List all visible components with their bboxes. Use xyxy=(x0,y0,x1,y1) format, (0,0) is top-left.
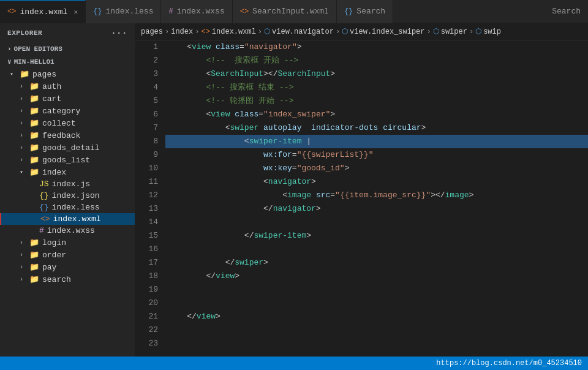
tree-label: index xyxy=(42,168,66,177)
folder-icon: 📁 xyxy=(29,250,39,260)
open-editors-section[interactable]: › OPEN EDITORS xyxy=(0,43,135,55)
folder-icon: 📁 xyxy=(29,238,39,247)
tab-search[interactable]: {} Search xyxy=(337,0,393,23)
less-icon: {} xyxy=(93,7,102,16)
tree-folder-collect[interactable]: › 📁 collect xyxy=(0,117,135,129)
tree-folder-auth[interactable]: › 📁 auth xyxy=(0,80,135,92)
tag-icon2: ⬡ xyxy=(342,27,348,36)
search-tab-button[interactable]: Search xyxy=(545,7,588,16)
folder-icon: 📁 xyxy=(20,69,29,79)
line-numbers: 1234567891011121314151617181920212223 xyxy=(135,40,165,357)
tree-label: collect xyxy=(42,119,76,128)
tree-file-index-json[interactable]: {} index.json xyxy=(0,190,135,202)
explorer-title: EXPLORER xyxy=(7,29,42,37)
tree-folder-goods-detail[interactable]: › 📁 goods_detail xyxy=(0,142,135,154)
chevron-right-icon: › xyxy=(7,45,12,53)
search-tab-icon: {} xyxy=(344,7,353,16)
wxss-icon: # xyxy=(39,226,44,235)
tab-index-wxml[interactable]: <> index.wxml ✕ xyxy=(0,0,86,23)
tree-label: feedback xyxy=(42,131,80,140)
tree-label: index.js xyxy=(52,179,90,189)
tree-folder-pages[interactable]: ▾ 📁 pages xyxy=(0,68,135,80)
less-icon: {} xyxy=(39,203,49,212)
tree-label: category xyxy=(42,107,80,116)
folder-icon: 📁 xyxy=(29,143,39,153)
sidebar: EXPLORER ··· › OPEN EDITORS ∨ MIN-HELLO1… xyxy=(0,23,135,357)
editor-area: pages › index › <> index.wxml › ⬡ view.n… xyxy=(135,23,588,357)
tab-index-wxss[interactable]: # index.wxss xyxy=(161,0,232,23)
tree-folder-pay[interactable]: › 📁 pay xyxy=(0,261,135,273)
folder-icon: 📁 xyxy=(29,155,39,165)
arrow-down: ▾ xyxy=(20,168,29,176)
tree-label: index.json xyxy=(52,191,100,200)
tree-label: goods_list xyxy=(42,156,90,165)
folder-icon: 📁 xyxy=(29,262,39,272)
tree-file-index-wxss[interactable]: # index.wxss xyxy=(0,225,135,236)
tab-searchinput-wxml[interactable]: <> SearchInput.wxml xyxy=(233,0,337,23)
tree-label: pay xyxy=(42,263,56,272)
tree-label: auth xyxy=(42,82,61,91)
folder-icon: 📁 xyxy=(29,130,39,140)
tab-label: index.less xyxy=(105,7,153,16)
main-layout: EXPLORER ··· › OPEN EDITORS ∨ MIN-HELLO1… xyxy=(0,23,588,357)
breadcrumb-swip: ⬡ swip xyxy=(475,27,501,36)
tree-folder-feedback[interactable]: › 📁 feedback xyxy=(0,129,135,142)
tab-label: index.wxss xyxy=(177,7,225,16)
arrow-right: › xyxy=(20,96,29,102)
xml-breadcrumb-icon: <> xyxy=(201,28,209,36)
tag-icon4: ⬡ xyxy=(475,27,481,36)
folder-icon: 📁 xyxy=(29,81,39,91)
breadcrumb-pages: pages xyxy=(141,28,163,36)
tree-file-index-less[interactable]: {} index.less xyxy=(0,202,135,213)
project-section[interactable]: ∨ MIN-HELLO1 xyxy=(0,55,135,68)
more-icon[interactable]: ··· xyxy=(111,28,127,38)
breadcrumb-view-nav: ⬡ view.navigator xyxy=(264,27,334,36)
tab-index-less[interactable]: {} index.less xyxy=(86,0,161,23)
json-icon: {} xyxy=(39,191,49,200)
tree-label: cart xyxy=(42,94,61,104)
tree-folder-category[interactable]: › 📁 category xyxy=(0,105,135,117)
folder-icon: 📁 xyxy=(29,167,39,177)
status-url: https://blog.csdn.net/m0_45234510 xyxy=(436,359,582,368)
arrow-right: › xyxy=(20,145,29,151)
tab-label: Search xyxy=(356,7,385,16)
tree-label: search xyxy=(42,275,71,284)
xml-icon2: <> xyxy=(240,7,249,16)
sidebar-header: EXPLORER ··· xyxy=(0,23,135,43)
tree-folder-order[interactable]: › 📁 order xyxy=(0,249,135,261)
tree-folder-goods-list[interactable]: › 📁 goods_list xyxy=(0,154,135,166)
folder-icon: 📁 xyxy=(29,118,39,128)
code-lines[interactable]: <view class="navigator"> <!-- 搜索框 开始 -->… xyxy=(165,40,588,357)
arrow-right: › xyxy=(20,132,29,139)
tree-label: order xyxy=(42,251,66,260)
breadcrumb-view-swiper: ⬡ view.index_swiper xyxy=(342,27,424,36)
tab-close-button[interactable]: ✕ xyxy=(74,8,78,16)
tree-file-index-wxml[interactable]: <> index.wxml xyxy=(0,213,135,225)
tree-folder-search[interactable]: › 📁 search xyxy=(0,273,135,285)
tree-file-index-js[interactable]: JS index.js xyxy=(0,178,135,190)
tree-folder-login[interactable]: › 📁 login xyxy=(0,236,135,249)
arrow-right: › xyxy=(20,83,29,90)
tree-label: index.wxss xyxy=(47,226,95,235)
tree-folder-cart[interactable]: › 📁 cart xyxy=(0,92,135,105)
breadcrumb-swiper: ⬡ swiper xyxy=(433,27,467,36)
xml-icon: <> xyxy=(7,7,16,16)
arrow-right: › xyxy=(20,240,29,246)
tree-label: goods_detail xyxy=(42,143,100,153)
tab-label: SearchInput.wxml xyxy=(252,7,329,16)
xml-icon: <> xyxy=(40,214,50,224)
js-icon: JS xyxy=(39,179,49,189)
arrow-right: › xyxy=(20,264,29,271)
arrow-right: › xyxy=(20,276,29,283)
breadcrumb-file: <> index.wxml xyxy=(201,28,255,36)
arrow-right: › xyxy=(20,252,29,259)
breadcrumb-index: index xyxy=(171,28,193,36)
sidebar-header-icons: ··· xyxy=(111,28,127,38)
wxss-icon: # xyxy=(168,7,173,16)
arrow-right: › xyxy=(20,108,29,115)
tag-icon3: ⬡ xyxy=(433,27,439,36)
tree-label: index.less xyxy=(52,203,100,212)
arrow-right: › xyxy=(20,157,29,164)
chevron-down-icon: ∨ xyxy=(7,58,12,66)
tree-folder-index[interactable]: ▾ 📁 index xyxy=(0,166,135,178)
